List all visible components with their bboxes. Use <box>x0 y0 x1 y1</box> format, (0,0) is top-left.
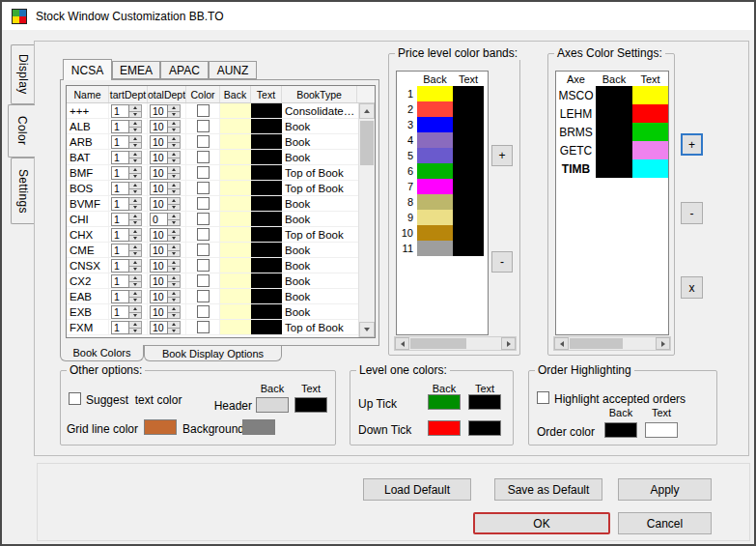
color-checkbox[interactable] <box>197 274 210 287</box>
color-checkbox[interactable] <box>197 321 210 333</box>
column-header-back[interactable]: Back <box>220 86 251 102</box>
text-color-swatch[interactable] <box>251 103 282 118</box>
book-table-scrollbar[interactable] <box>358 103 375 337</box>
spinner-down-button[interactable] <box>129 312 142 319</box>
tab-emea[interactable]: EMEA <box>112 61 160 79</box>
color-checkbox[interactable] <box>197 182 210 194</box>
text-color-swatch[interactable] <box>251 273 282 288</box>
color-checkbox[interactable] <box>197 244 210 256</box>
save-as-default-button[interactable]: Save as Default <box>494 478 602 501</box>
band-text-swatch[interactable] <box>453 148 484 163</box>
color-checkbox[interactable] <box>197 259 210 272</box>
spinner-down-button[interactable] <box>129 173 142 180</box>
band-text-swatch[interactable] <box>453 194 484 210</box>
spinner-up-button[interactable] <box>168 213 181 219</box>
axis-text-swatch[interactable] <box>632 159 668 178</box>
column-header-otaldept[interactable]: otalDept <box>148 86 186 102</box>
down-tick-text-swatch[interactable] <box>468 420 501 436</box>
band-text-swatch[interactable] <box>453 179 484 194</box>
ok-button[interactable]: OK <box>473 512 610 534</box>
suggest-text-color-checkbox[interactable] <box>69 392 81 405</box>
spinner-up-button[interactable] <box>168 290 181 297</box>
spinner-down-button[interactable] <box>168 142 181 149</box>
delete-axis-button[interactable]: x <box>681 276 703 299</box>
text-color-swatch[interactable] <box>251 134 282 149</box>
text-color-swatch[interactable] <box>251 243 282 257</box>
band-text-swatch[interactable] <box>453 132 484 148</box>
spinner-up-button[interactable] <box>129 166 142 173</box>
add-axis-button[interactable]: + <box>681 133 703 156</box>
column-header-name[interactable]: Name <box>67 86 109 102</box>
start-depth-spinner[interactable]: 1 <box>111 274 142 288</box>
spinner-down-button[interactable] <box>129 127 142 133</box>
axis-back-swatch[interactable] <box>596 123 632 141</box>
side-tab-color[interactable]: Color <box>8 104 35 158</box>
spinner-up-button[interactable] <box>168 104 181 111</box>
band-back-swatch[interactable] <box>417 179 453 194</box>
spinner-down-button[interactable] <box>168 127 181 133</box>
start-depth-spinner[interactable]: 1 <box>111 104 142 118</box>
start-depth-spinner[interactable]: 1 <box>111 290 142 303</box>
back-color-swatch[interactable] <box>220 304 251 319</box>
spinner-up-button[interactable] <box>168 274 181 281</box>
start-depth-spinner[interactable]: 1 <box>111 305 142 319</box>
spinner-up-button[interactable] <box>168 182 181 188</box>
background-color-swatch[interactable] <box>242 419 275 435</box>
text-color-swatch[interactable] <box>251 304 282 319</box>
band-back-swatch[interactable] <box>417 241 453 256</box>
column-header-text[interactable]: Text <box>251 86 282 102</box>
header-back-swatch[interactable] <box>256 397 289 413</box>
spinner-up-button[interactable] <box>129 135 142 142</box>
color-checkbox[interactable] <box>197 104 210 117</box>
spinner-down-button[interactable] <box>129 111 142 118</box>
back-color-swatch[interactable] <box>220 134 251 149</box>
start-depth-spinner[interactable]: 1 <box>111 166 142 180</box>
back-color-swatch[interactable] <box>220 150 251 164</box>
scroll-right-button[interactable] <box>501 337 516 350</box>
spinner-down-button[interactable] <box>168 312 181 319</box>
color-checkbox[interactable] <box>197 213 210 225</box>
scroll-thumb[interactable] <box>360 121 374 165</box>
start-depth-spinner[interactable]: 1 <box>111 228 142 242</box>
back-color-swatch[interactable] <box>220 273 251 288</box>
band-back-swatch[interactable] <box>417 225 453 241</box>
back-color-swatch[interactable] <box>220 212 251 226</box>
remove-axis-button[interactable]: - <box>681 202 703 224</box>
side-tab-settings[interactable]: Settings <box>11 158 34 224</box>
color-checkbox[interactable] <box>197 135 210 148</box>
spinner-down-button[interactable] <box>129 250 142 257</box>
total-depth-spinner[interactable]: 10 <box>150 120 181 133</box>
order-text-swatch[interactable] <box>645 422 678 438</box>
spinner-down-button[interactable] <box>168 158 181 164</box>
text-color-swatch[interactable] <box>251 196 282 211</box>
scroll-up-button[interactable] <box>359 103 375 119</box>
load-default-button[interactable]: Load Default <box>363 478 471 501</box>
column-header-color[interactable]: Color <box>186 86 220 102</box>
spinner-up-button[interactable] <box>168 228 181 235</box>
axis-text-swatch[interactable] <box>632 104 668 123</box>
spinner-down-button[interactable] <box>129 204 142 211</box>
down-tick-back-swatch[interactable] <box>428 420 461 436</box>
back-color-swatch[interactable] <box>220 196 251 211</box>
band-text-swatch[interactable] <box>453 101 484 117</box>
remove-band-button[interactable]: - <box>491 251 513 273</box>
spinner-down-button[interactable] <box>129 235 142 242</box>
band-text-swatch[interactable] <box>453 86 484 101</box>
spinner-down-button[interactable] <box>168 297 181 303</box>
band-back-swatch[interactable] <box>417 86 453 101</box>
scroll-left-button[interactable] <box>395 337 409 350</box>
scroll-right-button[interactable] <box>656 337 670 350</box>
spinner-up-button[interactable] <box>129 259 142 266</box>
spinner-up-button[interactable] <box>129 151 142 158</box>
axis-back-swatch[interactable] <box>596 104 632 123</box>
spinner-down-button[interactable] <box>129 158 142 164</box>
spinner-up-button[interactable] <box>129 197 142 204</box>
tab-aunz[interactable]: AUNZ <box>209 61 257 79</box>
color-checkbox[interactable] <box>197 120 210 132</box>
total-depth-spinner[interactable]: 10 <box>150 182 181 195</box>
total-depth-spinner[interactable]: 10 <box>150 104 181 118</box>
spinner-up-button[interactable] <box>129 182 142 188</box>
spinner-up-button[interactable] <box>129 290 142 297</box>
color-checkbox[interactable] <box>197 197 210 210</box>
grid-line-color-swatch[interactable] <box>144 419 177 435</box>
